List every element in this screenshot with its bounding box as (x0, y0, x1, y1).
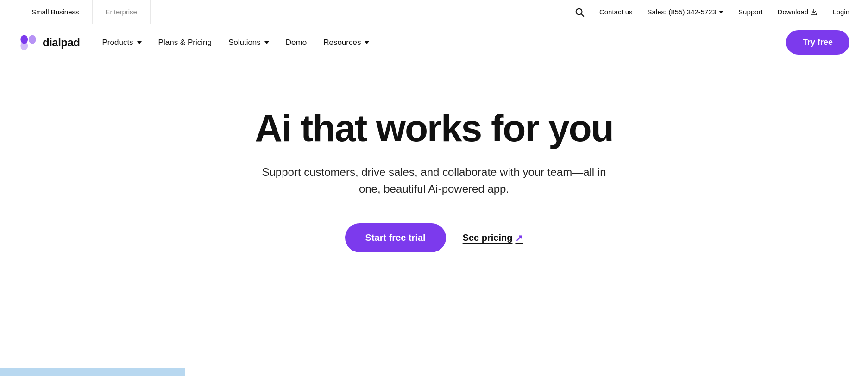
hero-subtitle: Support customers, drive sales, and coll… (258, 164, 610, 197)
nav-item-products[interactable]: Products (102, 38, 142, 47)
tab-enterprise[interactable]: Enterprise (93, 0, 151, 24)
nav-item-demo[interactable]: Demo (286, 38, 307, 47)
products-chevron-icon (137, 41, 142, 44)
start-trial-button[interactable]: Start free trial (345, 223, 446, 252)
nav-item-resources[interactable]: Resources (323, 38, 369, 47)
logo[interactable]: dialpad (19, 35, 80, 50)
contact-us-link[interactable]: Contact us (599, 8, 633, 16)
try-free-button[interactable]: Try free (786, 30, 849, 55)
download-icon (810, 8, 818, 16)
svg-point-4 (29, 35, 36, 44)
top-utility-bar: Small Business Enterprise Contact us Sal… (0, 0, 868, 24)
solutions-chevron-icon (264, 41, 269, 44)
logo-text: dialpad (43, 36, 80, 49)
support-link[interactable]: Support (738, 8, 763, 16)
top-bar-left: Small Business Enterprise (19, 0, 151, 24)
sales-phone-link[interactable]: Sales: (855) 342-5723 (648, 8, 723, 16)
tab-small-business[interactable]: Small Business (19, 0, 93, 24)
search-icon[interactable] (574, 7, 585, 17)
hero-section: Ai that works for you Support customers,… (0, 61, 868, 289)
svg-point-5 (20, 41, 28, 50)
nav-item-solutions[interactable]: Solutions (228, 38, 269, 47)
nav-item-plans-pricing[interactable]: Plans & Pricing (158, 38, 212, 47)
nav-left: dialpad Products Plans & Pricing Solutio… (19, 35, 369, 50)
main-nav: dialpad Products Plans & Pricing Solutio… (0, 24, 868, 61)
resources-chevron-icon (365, 41, 369, 44)
see-pricing-link[interactable]: See pricing ↗ (463, 232, 523, 244)
bottom-strip-decoration (0, 368, 185, 376)
logo-icon (19, 35, 38, 50)
nav-items: Products Plans & Pricing Solutions Demo … (102, 38, 370, 47)
hero-actions: Start free trial See pricing ↗ (345, 223, 523, 252)
download-link[interactable]: Download (778, 8, 818, 16)
arrow-icon: ↗ (515, 232, 523, 244)
top-bar-right: Contact us Sales: (855) 342-5723 Support… (574, 7, 849, 17)
login-link[interactable]: Login (832, 8, 849, 16)
sales-chevron-icon (719, 11, 723, 13)
svg-line-1 (581, 14, 584, 16)
hero-title: Ai that works for you (255, 107, 613, 149)
